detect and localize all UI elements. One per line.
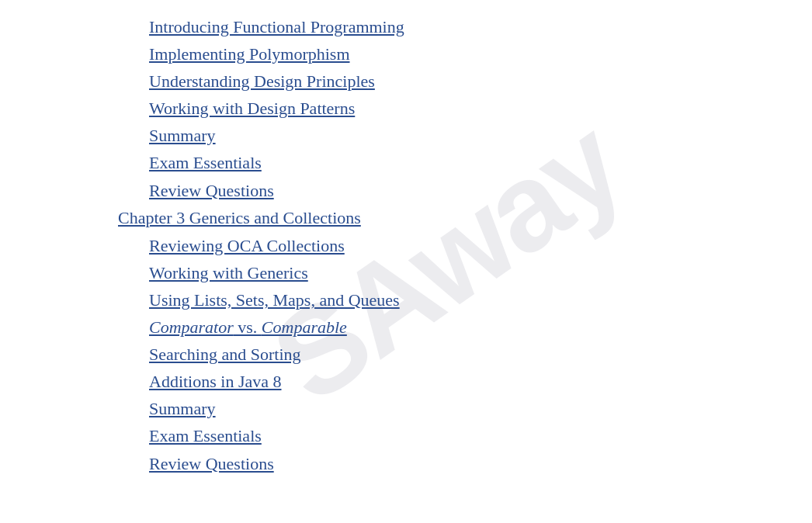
toc-item-using-lists-sets-maps-queues[interactable]: Using Lists, Sets, Maps, and Queues — [0, 287, 812, 313]
toc-item-searching-and-sorting[interactable]: Searching and Sorting — [0, 341, 812, 368]
toc-item-summary-2[interactable]: Summary — [0, 396, 812, 422]
toc-item-additions-in-java-8[interactable]: Additions in Java 8 — [0, 369, 812, 395]
toc-item-summary-1[interactable]: Summary — [0, 123, 812, 149]
vs-label: vs. — [234, 317, 262, 337]
toc-item-working-with-generics[interactable]: Working with Generics — [0, 260, 812, 286]
toc-item-reviewing-oca-collections[interactable]: Reviewing OCA Collections — [0, 233, 812, 259]
toc-item-working-with-design-patterns[interactable]: Working with Design Patterns — [0, 95, 812, 122]
comparable-label: Comparable — [262, 317, 347, 337]
toc-item-review-questions-1[interactable]: Review Questions — [0, 178, 812, 204]
toc-item-review-questions-2[interactable]: Review Questions — [0, 451, 812, 477]
toc-item-exam-essentials-1[interactable]: Exam Essentials — [0, 150, 812, 176]
toc-item-implementing-polymorphism[interactable]: Implementing Polymorphism — [0, 41, 812, 68]
toc-item-exam-essentials-2[interactable]: Exam Essentials — [0, 423, 812, 449]
comparator-label: Comparator — [149, 317, 234, 337]
toc-content: Introducing Functional Programming Imple… — [0, 0, 812, 477]
toc-item-chapter-3[interactable]: Chapter 3 Generics and Collections — [0, 205, 812, 231]
toc-item-introducing-functional-programming[interactable]: Introducing Functional Programming — [0, 14, 812, 40]
toc-item-understanding-design-principles[interactable]: Understanding Design Principles — [0, 68, 812, 95]
toc-item-comparator-vs-comparable[interactable]: Comparator vs. Comparable — [0, 314, 812, 341]
